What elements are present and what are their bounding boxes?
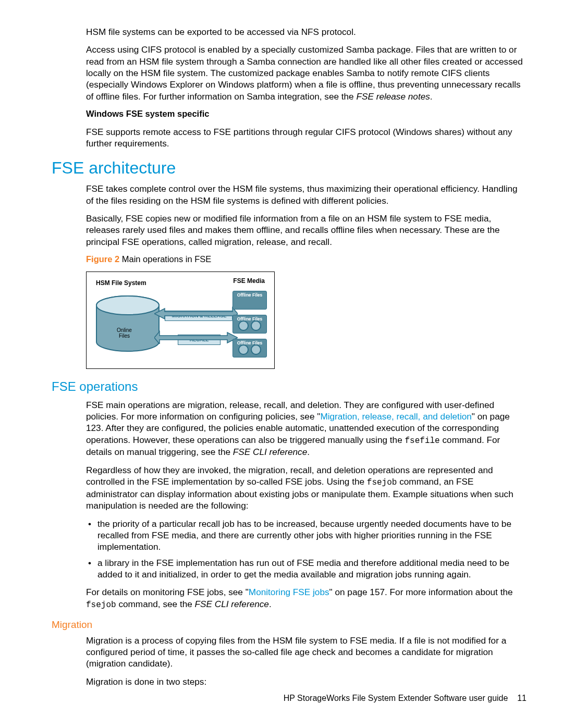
tape-icon: Offline Files: [232, 291, 267, 310]
page: HSM file systems can be exported to be a…: [0, 0, 563, 728]
code-text: fsefile: [405, 436, 439, 446]
svg-marker-2: [154, 307, 238, 320]
arrow-left-icon: [154, 326, 238, 344]
reel-icon: [238, 344, 249, 355]
code-text: fsejob: [86, 600, 116, 610]
figure-title: Main operations in FSE: [119, 254, 211, 264]
heading-operations: FSE operations: [52, 379, 527, 394]
diagram-label-hsm: HSM File System: [96, 279, 146, 288]
paragraph: HSM file systems can be exported to be a…: [86, 26, 527, 38]
figure-label: Figure 2: [86, 254, 119, 264]
text: For details on monitoring FSE jobs, see …: [86, 587, 249, 597]
diagram-label-offline: Offline Files: [237, 292, 263, 298]
text: .: [307, 447, 310, 457]
code-text: fsejob: [367, 478, 397, 487]
text: Access using CIFS protocol is enabled by…: [86, 44, 523, 101]
intro-block: HSM file systems can be exported to be a…: [86, 26, 527, 149]
text: .: [430, 91, 433, 102]
tape-icon: Offline Files: [232, 339, 267, 357]
arrow-right-icon: [154, 302, 238, 320]
paragraph: Basically, FSE copies new or modified fi…: [86, 213, 527, 248]
reference-title: FSE CLI reference: [195, 599, 269, 609]
svg-marker-3: [154, 331, 238, 344]
paragraph: For details on monitoring FSE jobs, see …: [86, 586, 527, 610]
footer-title: HP StorageWorks File System Extender Sof…: [284, 694, 508, 702]
diagram-label-fse-media: FSE Media: [233, 277, 265, 286]
paragraph: FSE main operations are migration, relea…: [86, 399, 527, 458]
paragraph: Migration is a process of copying files …: [86, 635, 527, 670]
reel-icon: [238, 320, 249, 331]
reel-icon: [251, 344, 261, 355]
text: " on page 157. For more information abou…: [329, 587, 513, 597]
paragraph: Access using CIFS protocol is enabled by…: [86, 44, 527, 102]
tape-icon: Offline Files: [232, 315, 267, 334]
link-monitoring-jobs[interactable]: Monitoring FSE jobs: [249, 587, 329, 597]
subheading: Windows FSE system specific: [86, 108, 527, 119]
migration-block: Migration is a process of copying files …: [86, 635, 527, 687]
link-migration-release[interactable]: Migration, release, recall, and deletion: [320, 411, 471, 422]
page-footer: HP StorageWorks File System Extender Sof…: [284, 694, 527, 703]
figure-main-operations: HSM File System FSE Media Online Files M…: [86, 272, 275, 369]
paragraph: FSE takes complete control over the HSM …: [86, 183, 527, 206]
list-item: the priority of a particular recall job …: [97, 518, 527, 553]
heading-architecture: FSE architecture: [52, 158, 527, 178]
page-number: 11: [517, 694, 527, 702]
reel-icon: [251, 320, 261, 331]
reference-title: FSE CLI reference: [233, 447, 307, 457]
figure-caption: Figure 2 Main operations in FSE: [86, 254, 527, 265]
diagram-label-online: Online Files: [117, 327, 132, 339]
paragraph: FSE supports remote access to FSE partit…: [86, 126, 527, 150]
text: .: [269, 599, 272, 609]
heading-migration: Migration: [52, 619, 527, 631]
cylinder-icon: [94, 291, 162, 359]
text: command, see the: [116, 599, 195, 609]
paragraph: Migration is done in two steps:: [86, 676, 527, 687]
architecture-block: FSE takes complete control over the HSM …: [86, 183, 527, 368]
svg-point-1: [96, 296, 159, 315]
list-item: a library in the FSE implementation has …: [97, 557, 527, 581]
bullet-list: the priority of a particular recall job …: [86, 518, 527, 581]
operations-block: FSE main operations are migration, relea…: [86, 399, 527, 611]
paragraph: Regardless of how they are invoked, the …: [86, 464, 527, 512]
reference-title: FSE release notes: [356, 91, 430, 102]
